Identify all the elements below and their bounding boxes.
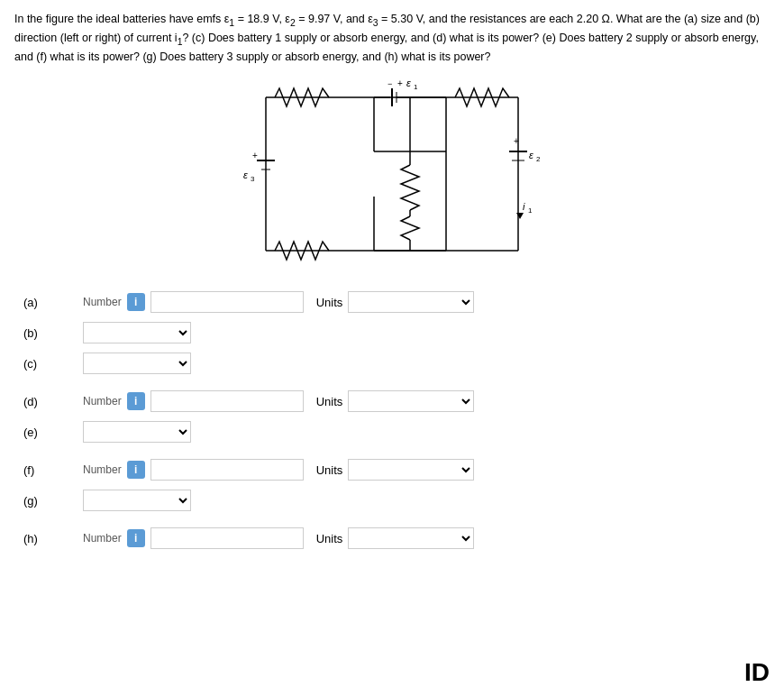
svg-text:+: +: [514, 136, 519, 146]
label-c: (c): [23, 357, 77, 371]
number-label-a: Number: [83, 296, 122, 308]
row-a: (a) Number i Units A mA: [23, 291, 761, 313]
row-e: (e) supply absorb: [23, 421, 761, 443]
svg-text:ε: ε: [406, 79, 411, 88]
label-e: (e): [23, 426, 77, 439]
svg-text:1: 1: [414, 83, 418, 91]
number-input-a[interactable]: [150, 291, 304, 313]
info-button-h[interactable]: i: [127, 529, 145, 547]
number-label-d: Number: [83, 395, 122, 408]
dropdown-e[interactable]: supply absorb: [83, 421, 191, 443]
svg-text:3: 3: [251, 175, 255, 183]
number-input-h[interactable]: [150, 527, 304, 549]
svg-text:+: +: [252, 151, 258, 160]
problem-statement: In the figure the ideal batteries have e…: [14, 11, 770, 66]
svg-text:ε: ε: [529, 150, 533, 160]
number-label-f: Number: [83, 463, 122, 476]
row-c: (c) supply absorb: [23, 353, 761, 374]
number-input-f[interactable]: [150, 459, 304, 481]
svg-text:2: 2: [536, 155, 541, 163]
svg-text:ε: ε: [243, 169, 248, 180]
units-select-d[interactable]: W mW: [348, 390, 474, 412]
units-select-f[interactable]: W mW: [348, 459, 474, 481]
units-text-f: Units: [316, 463, 343, 477]
units-text-h: Units: [316, 532, 343, 545]
units-select-h[interactable]: W mW: [348, 527, 474, 549]
number-input-d[interactable]: [150, 390, 304, 412]
units-text-a: Units: [316, 296, 343, 309]
label-d: (d): [23, 395, 77, 408]
row-d: (d) Number i Units W mW: [23, 390, 761, 412]
info-button-d[interactable]: i: [127, 392, 145, 410]
label-f: (f): [23, 463, 77, 477]
units-text-d: Units: [316, 395, 343, 408]
units-select-a[interactable]: A mA: [348, 291, 474, 313]
row-g: (g) supply absorb: [23, 490, 761, 511]
number-label-h: Number: [83, 532, 122, 545]
svg-text:i: i: [523, 201, 525, 212]
svg-text:1: 1: [528, 206, 533, 215]
info-button-f[interactable]: i: [127, 461, 145, 479]
label-h: (h): [23, 532, 77, 545]
info-button-a[interactable]: i: [127, 293, 145, 311]
svg-text:−: −: [387, 79, 392, 88]
row-b: (b) left right: [23, 322, 761, 343]
row-f: (f) Number i Units W mW: [23, 459, 761, 481]
label-g: (g): [23, 494, 77, 508]
label-b: (b): [23, 326, 77, 340]
svg-marker-35: [516, 213, 524, 219]
svg-text:+: +: [397, 79, 403, 88]
answers-section: (a) Number i Units A mA (b) left right (…: [14, 291, 770, 549]
dropdown-g[interactable]: supply absorb: [83, 490, 191, 511]
corner-id: ID: [744, 658, 770, 687]
dropdown-c[interactable]: supply absorb: [83, 353, 191, 374]
circuit-diagram: + ε 3 − + ε 1 + ε 2: [14, 75, 770, 273]
row-h: (h) Number i Units W mW: [23, 527, 761, 549]
label-a: (a): [23, 296, 77, 309]
dropdown-b[interactable]: left right: [83, 322, 191, 343]
